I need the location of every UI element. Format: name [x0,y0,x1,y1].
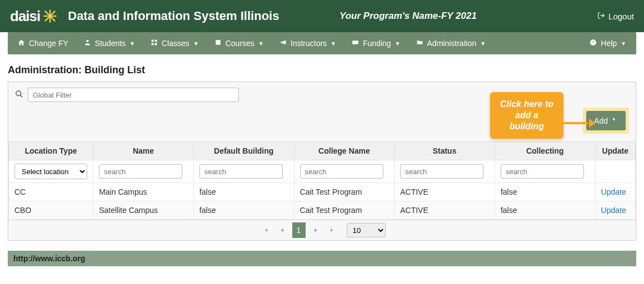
cell-name: Satellite Campus [93,201,194,220]
logout-link[interactable]: Logout [597,12,634,21]
logo-text: daisi [10,8,40,25]
table-row: CBO Satellite Campus false Cait Test Pro… [9,201,636,220]
caret-down-icon: ▼ [480,40,486,47]
callout-text: Click here to [500,99,553,110]
nav-label: Courses [226,39,254,48]
cell-college-name: Cait Test Program [294,183,395,201]
nav-administration[interactable]: Administration ▼ [416,39,486,48]
caret-down-icon: ▼ [331,40,336,47]
nav-classes[interactable]: Classes ▼ [151,39,199,48]
building-list-panel: Click here to add a building Add Locatio… [8,82,636,241]
cell-location-type: CBO [9,201,93,220]
top-bar: daisi Data and Information System Illino… [0,0,644,32]
cell-default-building: false [193,183,294,201]
add-button-label: Add [594,116,608,125]
first-page-button[interactable] [259,222,272,238]
book-icon [214,39,222,48]
person-icon [84,39,91,48]
home-icon [18,39,25,48]
nav-bar: Change FY Students ▼ Classes ▼ Courses ▼… [8,32,636,54]
asterisk-icon [42,8,58,24]
arrow-icon [563,116,593,121]
svg-line-14 [20,95,22,97]
add-row: Click here to add a building Add [8,108,636,141]
cell-starting: false [495,183,595,201]
page-size-select[interactable]: 10 [347,223,386,237]
update-link[interactable]: Update [601,187,626,196]
cell-status: ACTIVE [395,183,495,201]
col-status[interactable]: Status [395,142,495,160]
card-icon [352,39,359,48]
col-default-building[interactable]: Default Building [193,142,294,160]
footer-link[interactable]: http://www.iccb.org [8,251,636,266]
name-filter-input[interactable] [99,164,182,179]
status-filter-input[interactable] [400,164,483,179]
svg-point-13 [16,91,21,96]
app-title: Data and Information System Illinois [68,9,279,23]
nav-label: Change FY [29,39,68,48]
nav-label: Students [95,39,126,48]
cell-status: ACTIVE [395,201,495,220]
callout-text: add a [500,110,553,121]
table-filter-row: Select location [9,160,636,183]
svg-rect-7 [155,40,157,42]
nav-change-fy[interactable]: Change FY [18,39,68,48]
nav-label: Instructors [291,39,327,48]
nav-label: Help [601,39,617,48]
callout-text: building [500,121,553,132]
table-row: CC Main Campus false Cait Test Program A… [9,183,636,201]
nav-students[interactable]: Students ▼ [84,39,135,48]
caret-down-icon: ▼ [395,40,401,47]
col-update[interactable]: Update [595,142,635,160]
folder-icon [416,39,423,48]
col-location-type[interactable]: Location Type [9,142,93,160]
svg-rect-9 [155,43,157,45]
building-table: Location Type Name Default Building Coll… [8,141,636,220]
megaphone-icon [279,39,287,48]
grid-icon [151,39,158,48]
col-college-name[interactable]: College Name [294,142,395,160]
nav-funding[interactable]: Funding ▼ [352,39,401,48]
cell-name: Main Campus [93,183,194,201]
cell-college-name: Cait Test Program [294,201,395,220]
nav-instructors[interactable]: Instructors ▼ [279,39,336,48]
caret-down-icon: ▼ [621,40,626,47]
svg-rect-6 [152,40,154,42]
svg-rect-10 [352,40,358,44]
cell-default-building: false [193,201,294,220]
prev-page-button[interactable] [276,222,289,238]
program-name: Your Program's Name-FY 2021 [340,11,477,22]
current-page[interactable]: 1 [292,222,306,238]
global-filter-input[interactable] [28,88,239,102]
nav-label: Funding [363,39,391,48]
nav-courses[interactable]: Courses ▼ [214,39,264,48]
logo: daisi [10,8,58,25]
nav-label: Classes [162,39,189,48]
svg-rect-8 [152,43,154,45]
last-page-button[interactable] [326,222,339,238]
default-building-filter-input[interactable] [199,164,283,179]
college-name-filter-input[interactable] [300,164,383,179]
search-icon [15,90,23,100]
paginator: 1 10 [8,220,636,240]
col-name[interactable]: Name [93,142,194,160]
cursor-icon [610,115,618,126]
question-icon: ? [590,39,597,48]
update-link[interactable]: Update [601,206,626,215]
nav-help[interactable]: ? Help ▼ [590,39,626,48]
logout-icon [597,12,605,21]
svg-text:?: ? [592,40,595,45]
col-starting[interactable]: Collecting [495,142,595,160]
cell-starting: false [495,201,595,220]
starting-filter-input[interactable] [501,164,584,179]
caret-down-icon: ▼ [258,40,264,47]
nav-label: Administration [427,39,477,48]
page-title: Administration: Building List [0,54,644,82]
svg-point-5 [86,40,88,42]
caret-down-icon: ▼ [129,40,135,47]
logout-label: Logout [608,12,634,21]
caret-down-icon: ▼ [193,40,199,47]
location-type-select[interactable]: Select location [14,164,87,179]
callout-tooltip: Click here to add a building [490,92,563,139]
next-page-button[interactable] [309,222,322,238]
